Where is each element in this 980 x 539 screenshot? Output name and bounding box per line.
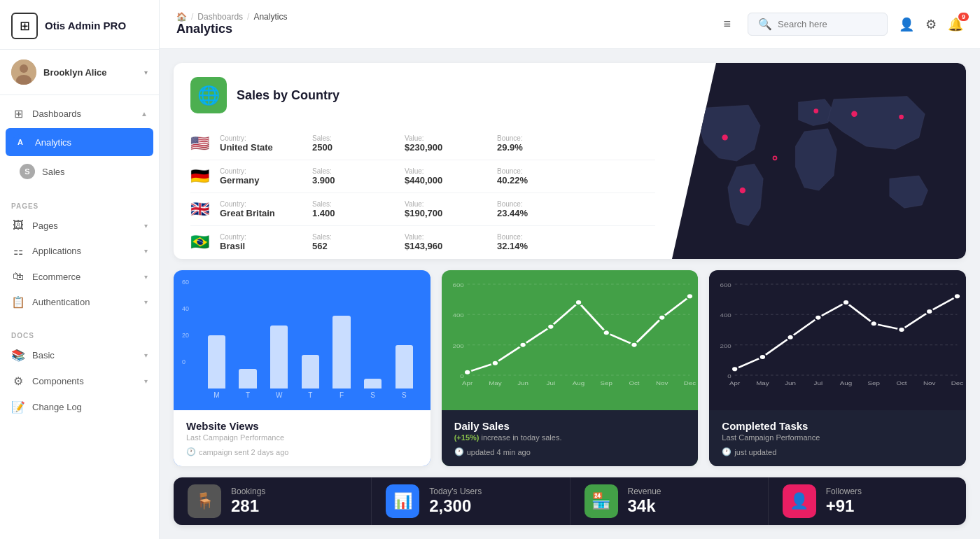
svg-text:0: 0 [728, 373, 732, 379]
pages-chevron: ▾ [144, 222, 148, 230]
docs-section-label: DOCS [0, 326, 159, 342]
search-input[interactable] [778, 19, 876, 29]
stat-label: Today's Users [429, 486, 482, 496]
svg-text:Dec: Dec [683, 380, 696, 386]
bar-wrap: W [265, 308, 293, 399]
sidebar-item-analytics[interactable]: A Analytics [6, 128, 153, 156]
breadcrumb-sep2: / [247, 12, 249, 22]
svg-point-23 [631, 342, 638, 348]
website-views-card: 60 40 20 0 M T W T F S S Websi [174, 270, 430, 466]
logo-icon: ⊞ [11, 13, 38, 39]
sales-table-row: 🇬🇧 Country: Great Britain Sales: 1.400 V… [190, 193, 655, 226]
user-chevron: ▾ [144, 69, 148, 76]
clock-icon-2: 🕐 [454, 447, 464, 456]
daily-sales-footer: 🕐 updated 4 min ago [454, 447, 686, 456]
nav-pages-section: PAGES 🖼 Pages ▾ ⚏ Applications ▾ 🛍 Ecomm… [0, 191, 159, 321]
sales-table-row: 🇩🇪 Country: Germany Sales: 3.900 Value: … [190, 160, 655, 193]
svg-text:400: 400 [720, 312, 732, 318]
svg-text:Sep: Sep [868, 380, 880, 386]
bounce-col: Bounce: 32.14% [497, 233, 581, 251]
components-chevron: ▾ [144, 377, 148, 385]
sidebar-item-components[interactable]: ⚙ Components ▾ [0, 368, 159, 394]
bar-wrap: S [391, 308, 418, 399]
sidebar-item-changelog[interactable]: 📝 Change Log [0, 394, 159, 420]
completed-tasks-info: Completed Tasks Last Campaign Performanc… [709, 410, 966, 466]
stat-icon: 🪑 [188, 484, 221, 518]
sidebar-item-sales[interactable]: S Sales [0, 158, 159, 186]
svg-point-7 [899, 115, 904, 120]
stat-label: Bookings [231, 486, 265, 496]
sidebar-item-applications[interactable]: ⚏ Applications ▾ [0, 238, 159, 264]
sales-left-panel: 🌐 Sales by Country 🇺🇸 Country: United St… [174, 63, 672, 259]
sidebar-label-basic: Basic [32, 350, 137, 360]
pages-icon: 🖼 [11, 219, 25, 232]
pages-section-label: PAGES [0, 197, 159, 213]
sidebar-label-pages: Pages [32, 220, 137, 231]
country-flag: 🇬🇧 [190, 200, 211, 218]
bar-label: W [276, 391, 282, 399]
stat-value: 2,300 [429, 496, 482, 516]
svg-point-49 [898, 327, 905, 332]
basic-chevron: ▾ [144, 351, 148, 359]
search-box[interactable]: 🔍 [748, 13, 888, 36]
svg-point-6 [851, 111, 857, 117]
stat-label: Followers [826, 486, 862, 496]
value-col: Value: $440,000 [405, 167, 489, 186]
topbar: 🏠 / Dashboards / Analytics Analytics ≡ 🔍… [160, 0, 980, 49]
bar [364, 379, 382, 388]
sidebar-user[interactable]: Brooklyn Alice ▾ [0, 50, 159, 95]
svg-text:Oct: Oct [629, 380, 640, 386]
bar [396, 345, 413, 388]
svg-text:Apr: Apr [462, 380, 472, 386]
country-col: Country: United State [220, 134, 304, 153]
country-flag: 🇩🇪 [190, 167, 211, 186]
sidebar-label-applications: Applications [32, 246, 137, 256]
ecommerce-chevron: ▾ [144, 273, 148, 281]
website-views-footer: 🕐 campaign sent 2 days ago [186, 447, 418, 456]
stat-info: Today's Users 2,300 [429, 486, 482, 516]
bounce-col: Bounce: 29.9% [497, 134, 581, 153]
content-area: 🌐 Sales by Country 🇺🇸 Country: United St… [160, 49, 980, 539]
sidebar-item-ecommerce[interactable]: 🛍 Ecommerce ▾ [0, 264, 159, 289]
hamburger-icon[interactable]: ≡ [723, 17, 731, 31]
svg-point-44 [760, 354, 766, 360]
settings-icon[interactable]: ⚙ [925, 17, 937, 32]
clock-icon-3: 🕐 [722, 447, 732, 456]
svg-point-25 [686, 293, 693, 299]
globe-icon: 🌐 [190, 77, 227, 113]
website-views-title: Website Views [186, 420, 418, 432]
svg-text:600: 600 [720, 282, 732, 288]
sales-col: Sales: 3.900 [312, 167, 396, 186]
breadcrumb-home-icon: 🏠 [176, 12, 187, 22]
sales-col: Sales: 1.400 [312, 200, 396, 218]
sidebar-item-pages[interactable]: 🖼 Pages ▾ [0, 213, 159, 238]
bounce-col: Bounce: 40.22% [497, 167, 581, 186]
sales-table: 🇺🇸 Country: United State Sales: 2500 Val… [190, 127, 655, 258]
analytics-letter: A [13, 134, 28, 150]
website-views-subtitle: Last Campaign Performance [186, 433, 418, 442]
daily-sales-title: Daily Sales [454, 420, 686, 432]
daily-sales-chart: 0200400600AprMayJunJulAugSepOctNovDec [442, 270, 699, 410]
bar-wrap: F [328, 308, 356, 399]
svg-point-18 [491, 360, 498, 366]
sidebar-item-dashboards[interactable]: ⊞ Dashboards ▲ [0, 101, 159, 127]
svg-text:Apr: Apr [729, 380, 740, 386]
nav-docs-section: DOCS 📚 Basic ▾ ⚙ Components ▾ 📝 Change L… [0, 321, 159, 426]
sidebar-item-authentication[interactable]: 📋 Authentication ▾ [0, 289, 159, 315]
sales-col: Sales: 2500 [312, 134, 396, 153]
svg-point-3 [722, 134, 727, 140]
sales-table-row: 🇺🇸 Country: United State Sales: 2500 Val… [190, 127, 655, 160]
svg-text:Jun: Jun [785, 380, 797, 386]
svg-text:Jul: Jul [546, 380, 555, 386]
sidebar-label-changelog: Change Log [32, 402, 148, 412]
bar [208, 335, 225, 388]
bar [270, 326, 288, 388]
user-profile-icon[interactable]: 👤 [899, 17, 914, 32]
sidebar-item-basic[interactable]: 📚 Basic ▾ [0, 342, 159, 368]
bar-wrap: M [203, 308, 230, 399]
bar [332, 316, 350, 388]
sidebar-label-dashboards: Dashboards [32, 108, 134, 119]
sales-letter: S [20, 164, 35, 179]
sidebar-label-ecommerce: Ecommerce [32, 272, 137, 282]
notifications-icon[interactable]: 🔔 9 [948, 17, 963, 32]
